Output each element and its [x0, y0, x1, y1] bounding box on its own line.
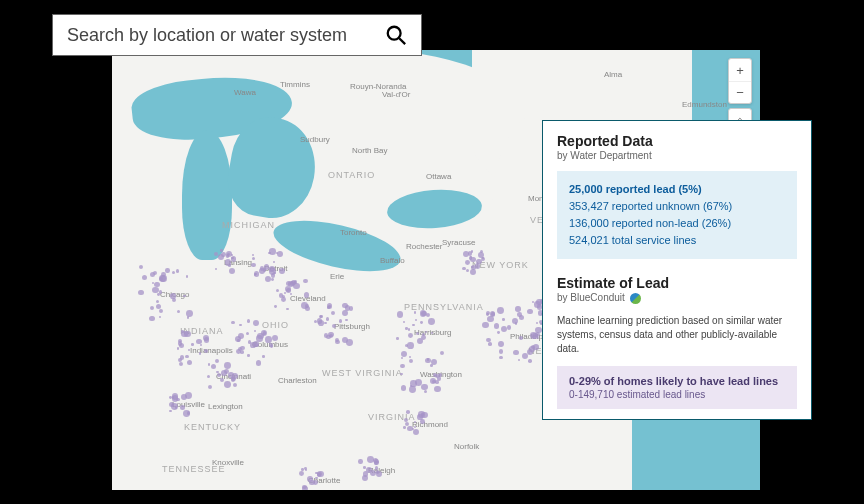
search-icon[interactable] [385, 24, 407, 46]
data-point[interactable] [274, 305, 277, 308]
data-point[interactable] [150, 306, 154, 310]
data-point[interactable] [203, 335, 209, 341]
data-point[interactable] [507, 325, 511, 329]
data-point[interactable] [499, 356, 502, 359]
data-point[interactable] [286, 288, 291, 293]
data-point[interactable] [176, 269, 179, 272]
data-point[interactable] [169, 410, 171, 412]
data-point[interactable] [240, 346, 244, 350]
data-point[interactable] [317, 318, 323, 324]
data-point[interactable] [342, 310, 348, 316]
data-point[interactable] [428, 318, 435, 325]
data-point[interactable] [257, 333, 264, 340]
data-point[interactable] [211, 364, 216, 369]
data-point[interactable] [169, 402, 174, 407]
data-point[interactable] [420, 419, 425, 424]
city-label[interactable]: Syracuse [442, 238, 475, 247]
data-point[interactable] [231, 321, 235, 325]
data-point[interactable] [196, 339, 202, 345]
data-point[interactable] [302, 486, 307, 490]
city-label[interactable]: Buffalo [380, 256, 405, 265]
data-point[interactable] [179, 362, 183, 366]
city-label[interactable]: Rochester [406, 242, 442, 251]
data-point[interactable] [152, 287, 159, 294]
city-label[interactable]: Alma [604, 70, 622, 79]
data-point[interactable] [432, 380, 435, 383]
data-point[interactable] [253, 341, 259, 347]
data-point[interactable] [293, 283, 300, 290]
data-point[interactable] [177, 347, 179, 349]
data-point[interactable] [406, 410, 409, 413]
data-point[interactable] [417, 338, 423, 344]
data-point[interactable] [415, 319, 417, 321]
data-point[interactable] [502, 318, 505, 321]
city-label[interactable]: Val-d'Or [382, 90, 411, 99]
data-point[interactable] [345, 305, 351, 311]
data-point[interactable] [262, 355, 265, 358]
data-point[interactable] [269, 266, 275, 272]
data-point[interactable] [326, 317, 329, 320]
data-point[interactable] [497, 307, 504, 314]
data-point[interactable] [138, 290, 143, 295]
data-point[interactable] [475, 263, 480, 268]
data-point[interactable] [165, 268, 169, 272]
data-point[interactable] [434, 386, 441, 393]
city-label[interactable]: North Bay [352, 146, 388, 155]
city-label[interactable]: Lexington [208, 402, 243, 411]
search-input[interactable] [67, 25, 377, 46]
data-point[interactable] [498, 341, 504, 347]
data-point[interactable] [345, 319, 347, 321]
data-point[interactable] [424, 390, 427, 393]
data-point[interactable] [268, 252, 270, 254]
data-point[interactable] [414, 311, 416, 313]
data-point[interactable] [240, 350, 244, 354]
data-point[interactable] [519, 315, 524, 320]
city-label[interactable]: Wawa [234, 88, 256, 97]
data-point[interactable] [191, 343, 194, 346]
data-point[interactable] [403, 321, 405, 323]
data-point[interactable] [142, 275, 147, 280]
zoom-out-button[interactable]: − [729, 81, 751, 103]
city-label[interactable]: Sudbury [300, 135, 330, 144]
data-point[interactable] [186, 275, 188, 277]
data-point[interactable] [412, 324, 414, 326]
data-point[interactable] [224, 381, 231, 388]
data-point[interactable] [431, 359, 437, 365]
data-point[interactable] [247, 354, 250, 357]
data-point[interactable] [339, 319, 342, 322]
data-point[interactable] [513, 350, 519, 356]
data-point[interactable] [488, 342, 492, 346]
data-point[interactable] [465, 260, 470, 265]
data-point[interactable] [265, 336, 272, 343]
data-point[interactable] [172, 271, 175, 274]
data-point[interactable] [214, 252, 218, 256]
data-point[interactable] [410, 380, 417, 387]
data-point[interactable] [149, 316, 155, 322]
data-point[interactable] [536, 322, 538, 324]
data-point[interactable] [228, 372, 234, 378]
data-point[interactable] [251, 263, 255, 267]
data-point[interactable] [482, 257, 484, 259]
city-label[interactable]: Edmundston [682, 100, 727, 109]
data-point[interactable] [527, 309, 533, 315]
data-point[interactable] [466, 269, 469, 272]
data-point[interactable] [220, 378, 224, 382]
city-label[interactable]: Toronto [340, 228, 367, 237]
data-point[interactable] [208, 363, 210, 365]
data-point[interactable] [427, 358, 429, 360]
data-point[interactable] [462, 267, 465, 270]
data-point[interactable] [290, 293, 292, 295]
data-point[interactable] [172, 395, 178, 401]
data-point[interactable] [400, 364, 405, 369]
data-point[interactable] [279, 268, 285, 274]
data-point[interactable] [226, 254, 229, 257]
data-point[interactable] [403, 426, 406, 429]
zoom-in-button[interactable]: + [729, 59, 751, 81]
data-point[interactable] [181, 330, 184, 333]
data-point[interactable] [236, 349, 241, 354]
data-point[interactable] [252, 257, 255, 260]
data-point[interactable] [277, 251, 283, 257]
data-point[interactable] [535, 332, 540, 337]
city-label[interactable]: Ottawa [426, 172, 451, 181]
data-point[interactable] [531, 345, 535, 349]
